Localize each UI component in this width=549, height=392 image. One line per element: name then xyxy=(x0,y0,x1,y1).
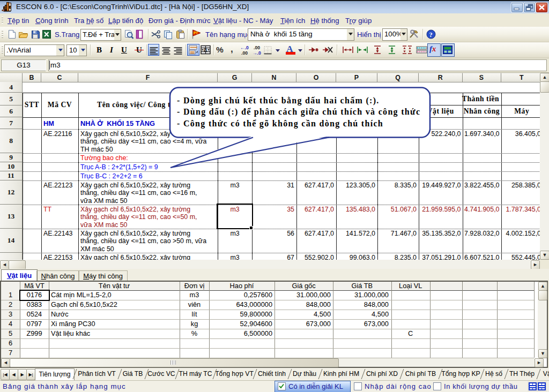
svg-text:→.0: →.0 xyxy=(253,50,261,56)
svg-text:a: a xyxy=(204,47,207,52)
svg-text:←.0: ←.0 xyxy=(240,45,249,50)
svg-text:?: ? xyxy=(429,31,432,39)
svg-text:.00: .00 xyxy=(254,45,260,50)
svg-text:.00: .00 xyxy=(241,50,248,56)
svg-text:PT: PT xyxy=(194,31,198,35)
